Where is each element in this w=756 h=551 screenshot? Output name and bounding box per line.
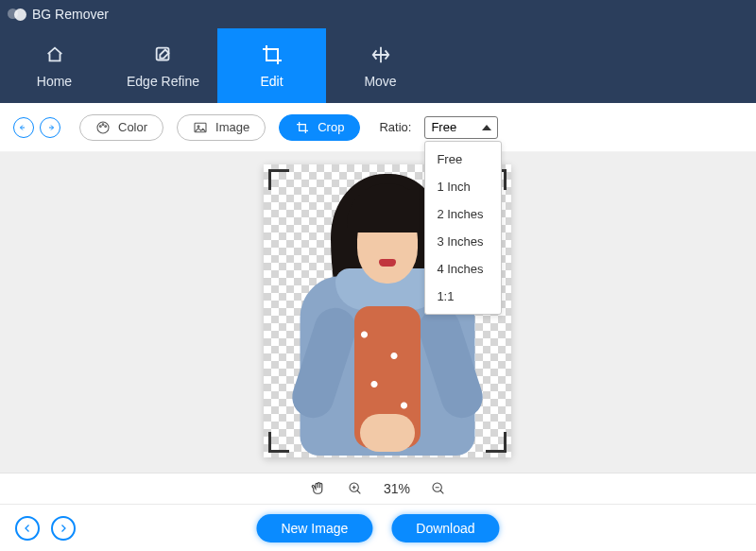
next-button[interactable] <box>51 516 76 541</box>
ratio-select[interactable]: Free Free 1 Inch 2 Inches 3 Inches 4 Inc… <box>424 116 498 139</box>
crop-handle-tl[interactable] <box>268 169 289 190</box>
hand-icon <box>310 480 327 497</box>
zoom-out-button[interactable] <box>431 481 446 496</box>
svg-point-6 <box>198 125 199 127</box>
nav-home[interactable]: Home <box>0 28 109 103</box>
image-button[interactable]: Image <box>177 114 266 141</box>
home-icon <box>43 43 66 66</box>
redo-button[interactable] <box>40 117 60 138</box>
zoom-in-icon <box>348 481 363 496</box>
download-button[interactable]: Download <box>391 514 499 542</box>
move-icon <box>369 43 392 66</box>
ratio-option[interactable]: Free <box>425 146 501 173</box>
ratio-dropdown: Free 1 Inch 2 Inches 3 Inches 4 Inches 1… <box>424 141 502 315</box>
color-button[interactable]: Color <box>79 114 163 141</box>
new-image-button[interactable]: New Image <box>256 514 372 542</box>
logo-icon <box>8 8 26 21</box>
ratio-option[interactable]: 1:1 <box>425 283 501 310</box>
ratio-option[interactable]: 2 Inches <box>425 200 501 228</box>
canvas-area <box>0 152 756 473</box>
nav-edge-refine[interactable]: Edge Refine <box>109 28 217 103</box>
app-logo: BG Remover <box>8 7 109 22</box>
zoom-level: 31% <box>384 481 410 496</box>
main-nav: Home Edge Refine Edit Move <box>0 28 756 103</box>
nav-edit[interactable]: Edit <box>217 28 326 103</box>
ratio-value: Free <box>431 120 456 134</box>
ratio-option[interactable]: 1 Inch <box>425 173 501 200</box>
undo-button[interactable] <box>13 117 34 138</box>
caret-up-icon <box>482 125 491 130</box>
pan-tool[interactable] <box>310 480 327 497</box>
title-bar: BG Remover <box>0 0 756 28</box>
crop-handle-br[interactable] <box>486 432 507 453</box>
prev-button[interactable] <box>15 516 40 541</box>
edge-refine-icon <box>152 43 175 66</box>
palette-icon <box>95 120 111 135</box>
edit-icon <box>261 43 284 66</box>
color-label: Color <box>118 120 147 134</box>
ratio-label: Ratio: <box>379 120 411 134</box>
image-label: Image <box>215 120 249 134</box>
nav-label: Edit <box>260 74 283 89</box>
zoom-out-icon <box>431 481 446 496</box>
footer: New Image Download <box>0 505 756 551</box>
status-bar: 31% <box>0 473 756 505</box>
edit-toolbar: Color Image Crop Ratio: Free Free 1 Inch… <box>0 103 756 152</box>
crop-handle-bl[interactable] <box>268 432 289 453</box>
nav-label: Edge Refine <box>127 74 199 89</box>
svg-point-3 <box>102 123 104 125</box>
ratio-option[interactable]: 4 Inches <box>425 255 501 283</box>
zoom-in-button[interactable] <box>348 481 363 496</box>
crop-button[interactable]: Crop <box>279 114 360 141</box>
ratio-option[interactable]: 3 Inches <box>425 228 501 255</box>
app-title: BG Remover <box>32 7 109 22</box>
nav-label: Home <box>37 74 72 89</box>
image-icon <box>193 120 208 135</box>
svg-point-2 <box>99 125 101 127</box>
nav-move[interactable]: Move <box>326 28 435 103</box>
crop-label: Crop <box>318 120 344 134</box>
svg-point-4 <box>105 125 107 127</box>
ratio-select-box[interactable]: Free <box>424 116 498 139</box>
nav-label: Move <box>364 74 396 89</box>
crop-icon <box>295 120 310 135</box>
